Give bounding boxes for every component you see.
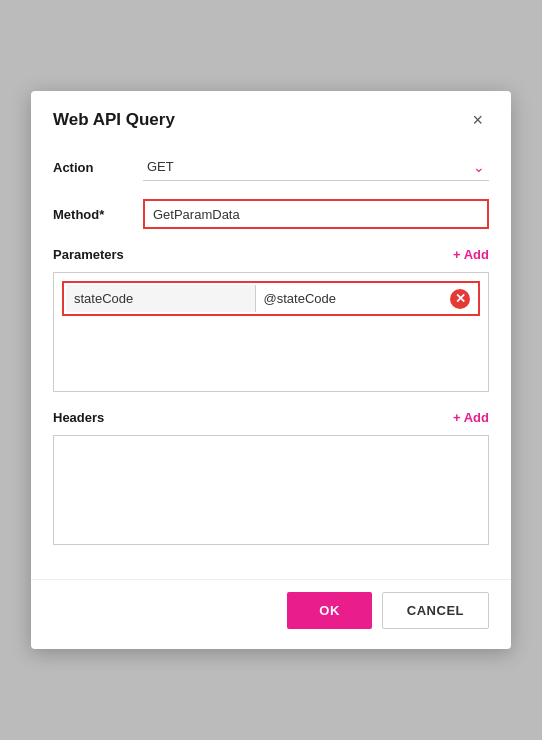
param-key-input[interactable] bbox=[66, 285, 255, 312]
action-label: Action bbox=[53, 160, 143, 175]
parameters-section-header: Parameters + Add bbox=[53, 247, 489, 262]
headers-box bbox=[53, 435, 489, 545]
dialog-header: Web API Query × bbox=[31, 91, 511, 145]
action-select-wrapper: GET POST PUT DELETE ⌄ bbox=[143, 153, 489, 181]
param-row: ✕ bbox=[62, 281, 480, 316]
dialog-body: Action GET POST PUT DELETE ⌄ Method* bbox=[31, 145, 511, 579]
headers-label: Headers bbox=[53, 410, 104, 425]
action-select[interactable]: GET POST PUT DELETE bbox=[143, 153, 489, 181]
parameters-add-button[interactable]: + Add bbox=[453, 247, 489, 262]
headers-section-header: Headers + Add bbox=[53, 410, 489, 425]
cancel-button[interactable]: CANCEL bbox=[382, 592, 489, 629]
parameters-label: Parameters bbox=[53, 247, 124, 262]
param-delete-button[interactable]: ✕ bbox=[444, 289, 476, 309]
close-button[interactable]: × bbox=[466, 109, 489, 131]
method-input-wrapper bbox=[143, 199, 489, 229]
web-api-query-dialog: Web API Query × Action GET POST PUT DELE… bbox=[31, 91, 511, 649]
dialog-title: Web API Query bbox=[53, 110, 175, 130]
method-label: Method* bbox=[53, 207, 143, 222]
dialog-footer: OK CANCEL bbox=[31, 579, 511, 649]
headers-add-button[interactable]: + Add bbox=[453, 410, 489, 425]
ok-button[interactable]: OK bbox=[287, 592, 372, 629]
action-row: Action GET POST PUT DELETE ⌄ bbox=[53, 153, 489, 181]
dialog-overlay: Web API Query × Action GET POST PUT DELE… bbox=[0, 0, 542, 740]
method-input[interactable] bbox=[153, 207, 479, 222]
delete-icon: ✕ bbox=[450, 289, 470, 309]
parameters-box: ✕ bbox=[53, 272, 489, 392]
param-value-input[interactable] bbox=[255, 285, 445, 312]
method-row: Method* bbox=[53, 199, 489, 229]
